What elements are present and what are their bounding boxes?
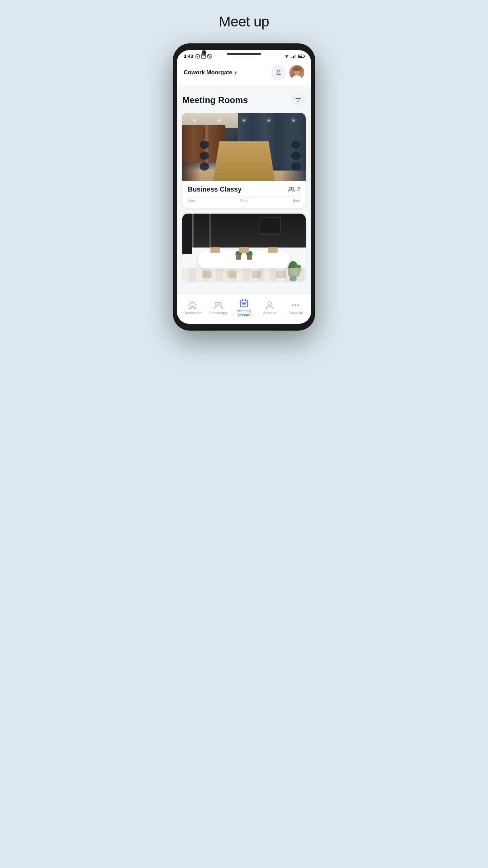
status-bar: 3:43 bbox=[177, 50, 311, 61]
svg-line-5 bbox=[208, 55, 211, 58]
nav-item-show-all[interactable]: Show All bbox=[283, 301, 308, 315]
camera bbox=[202, 50, 206, 55]
home-icon bbox=[188, 301, 197, 310]
capacity-badge-1: 2 bbox=[288, 186, 300, 193]
svg-rect-23 bbox=[244, 303, 246, 304]
capacity-icon-1 bbox=[288, 187, 295, 192]
avatar-image bbox=[289, 65, 304, 80]
room-image-1 bbox=[182, 113, 306, 181]
app-title: Meet up bbox=[219, 14, 269, 30]
timeline-start-1: 4am bbox=[188, 199, 195, 203]
svg-point-16 bbox=[216, 302, 218, 305]
svg-point-17 bbox=[219, 302, 221, 305]
community-icon bbox=[214, 301, 223, 310]
app-header: Cowork Moorgate ▾ bbox=[177, 61, 311, 86]
user-avatar[interactable] bbox=[289, 65, 304, 80]
chevron-down-icon: ▾ bbox=[235, 70, 237, 75]
avatar-svg bbox=[289, 65, 304, 80]
system-icon-1 bbox=[195, 54, 200, 59]
svg-point-27 bbox=[298, 304, 299, 306]
time-display: 3:43 bbox=[184, 54, 193, 59]
svg-point-24 bbox=[268, 302, 271, 305]
timeline-labels-1: 4am 5am 6am bbox=[188, 199, 300, 203]
section-header: Meeting Rooms bbox=[182, 93, 306, 107]
bell-icon bbox=[275, 69, 282, 76]
svg-point-25 bbox=[292, 304, 294, 306]
svg-point-12 bbox=[293, 66, 301, 71]
room-table-2 bbox=[198, 250, 290, 269]
battery-icon bbox=[298, 55, 304, 58]
phone-screen: 3:43 bbox=[177, 50, 311, 324]
nav-item-account[interactable]: Account bbox=[257, 301, 283, 315]
main-content: Meeting Rooms bbox=[177, 86, 311, 294]
sync-icon bbox=[207, 54, 212, 59]
svg-rect-6 bbox=[291, 57, 292, 58]
nav-label-dashboard: Dashboard bbox=[183, 311, 202, 315]
notification-button[interactable] bbox=[271, 65, 286, 80]
room-card-1[interactable]: Business Classy 2 bbox=[182, 113, 306, 208]
signal-icon bbox=[291, 54, 296, 58]
svg-rect-8 bbox=[294, 55, 295, 58]
dots-icon bbox=[291, 301, 300, 310]
section-title: Meeting Rooms bbox=[182, 95, 248, 105]
svg-rect-9 bbox=[296, 54, 296, 58]
capacity-number-1: 2 bbox=[297, 186, 300, 193]
filter-button[interactable] bbox=[291, 93, 306, 107]
nav-item-meeting-rooms[interactable]: MeetingRooms bbox=[231, 299, 257, 317]
timeline-end-1: 6am bbox=[293, 199, 300, 203]
nav-item-community[interactable]: Community bbox=[205, 301, 231, 315]
plants-on-table bbox=[236, 254, 252, 260]
nav-label-meeting-rooms: MeetingRooms bbox=[237, 309, 250, 317]
svg-rect-7 bbox=[293, 56, 294, 58]
filter-icon bbox=[295, 97, 302, 103]
ceiling-lights bbox=[182, 120, 306, 121]
svg-rect-18 bbox=[240, 300, 248, 307]
nav-label-community: Community bbox=[209, 311, 228, 315]
status-right bbox=[284, 54, 304, 58]
bottom-nav: Dashboard Community bbox=[177, 294, 311, 324]
location-name: Cowork Moorgate bbox=[184, 69, 232, 76]
room-timeline-1: 4am 5am 6am bbox=[188, 197, 300, 203]
header-actions bbox=[271, 65, 304, 80]
account-icon bbox=[266, 301, 274, 310]
calendar-icon bbox=[240, 299, 248, 308]
room-card-2[interactable] bbox=[182, 214, 306, 281]
room-image-2 bbox=[182, 214, 306, 281]
nav-label-show-all: Show All bbox=[288, 311, 303, 315]
room-name-row-1: Business Classy 2 bbox=[188, 185, 300, 193]
room-name-1: Business Classy bbox=[188, 185, 242, 193]
wifi-icon bbox=[284, 54, 289, 58]
location-selector[interactable]: Cowork Moorgate ▾ bbox=[184, 69, 237, 76]
room-info-1: Business Classy 2 bbox=[182, 181, 306, 208]
nav-item-dashboard[interactable]: Dashboard bbox=[180, 301, 205, 315]
svg-point-26 bbox=[295, 304, 297, 306]
svg-rect-22 bbox=[242, 303, 244, 304]
nav-label-account: Account bbox=[263, 311, 277, 315]
svg-point-15 bbox=[291, 187, 294, 190]
phone-frame: 3:43 bbox=[173, 43, 315, 331]
timeline-bar-1 bbox=[188, 197, 300, 197]
timeline-mid-1: 5am bbox=[240, 199, 247, 203]
